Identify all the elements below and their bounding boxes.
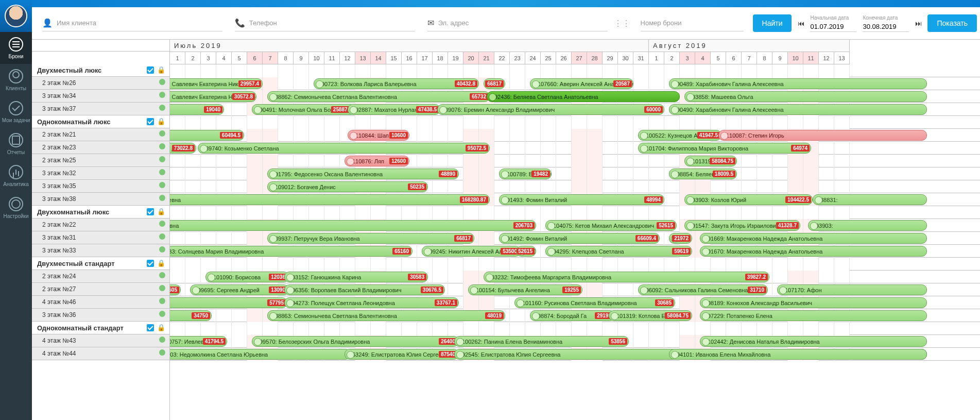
nav-tasks[interactable]: Мои задачи [0,96,32,128]
grid-room-row[interactable]: 110876: Ляп12600101319: Котлов58084.75 [170,155,980,167]
booking-bar[interactable]: 100721972 [669,233,692,244]
booking-bar[interactable]: 93152: Ганюшкина Карина30583 [284,272,428,282]
booking-bar[interactable]: 90723: Волкова Лариса Валерьевна40432.8 [314,78,479,89]
booking-bar[interactable]: 100154: Булычева Ангелина19255 [468,284,582,295]
booking-bar[interactable]: 110087: Степин Игорь [718,130,927,141]
nav-clients[interactable]: Клиенты [0,64,32,96]
booking-bar[interactable]: 101319: Котлова Елена58084.75 [609,310,692,321]
booking-bar[interactable]: 93232: Тимофеева Маргарита Владимировна3… [484,272,769,282]
booking-bar[interactable]: 88833: Солнцева Мария Владимировна65160 [151,246,412,257]
booking-bar[interactable]: 91493: Фомин Виталий48994 [499,194,664,205]
booking-bar[interactable]: 88862: Семионычева Светлана Валентиновна… [267,91,490,102]
booking-bar[interactable]: 104052615 [516,246,536,257]
grid-room-row[interactable]: 3475088863: Семионычева Светлана Валенти… [170,309,980,322]
booking-bar[interactable]: 89076: Еремин Александр Владимирович6000… [437,104,664,115]
booking-bar[interactable]: 93903: [808,220,927,231]
room-row[interactable]: 2 этаж №25 [32,154,169,167]
grid-room-row[interactable]: на Евгеньевна206703104075: Кетов Михаил … [170,219,980,232]
room-row[interactable]: 3 этаж №38 [32,193,169,206]
avatar[interactable] [0,0,32,32]
booking-bar[interactable]: 91903: Недомолкина Светлана Юрьевна [153,349,351,360]
booking-bar[interactable]: 88831: [813,194,927,205]
booking-bar[interactable]: 90490: Харабинович Галина Алексеевна [669,104,927,115]
booking-bar[interactable]: ья Григорьевна168280.87 [133,194,490,205]
booking-bar[interactable]: 107170: Афон [777,284,927,295]
booking-bar[interactable]: 100522: Кузнецов Андрей Сергееви41947.5 [638,130,721,141]
booking-bar[interactable]: на Евгеньевна206703 [133,220,536,231]
room-row[interactable]: 3 этаж №37 [32,103,169,115]
nav-analytics[interactable]: Аналитика [0,160,32,192]
booking-bar[interactable]: 98854: Беляева18009.5 [669,169,737,179]
checkbox-icon[interactable] [147,66,154,74]
lock-icon[interactable]: 🔒 [157,259,165,267]
grid-room-row[interactable]: 1500: Долгице73022.889740: Козьменко Све… [170,142,980,155]
booking-bar[interactable]: 92436: Беляева Светлана Анатольевна [487,91,680,102]
grid-room-row[interactable]: 101090: Борисова1203693152: Ганюшкина Ка… [170,271,980,283]
grid-room-row[interactable]: 60494.5110844: Шап10600100522: Кузнецов … [170,129,980,142]
gantt-chart[interactable]: Июль 2019Август 2019 1234567891011121314… [170,39,980,420]
checkbox-icon[interactable] [147,324,154,331]
prev-page-button[interactable]: ⏮ [795,17,807,29]
grid-room-row[interactable]: 4660599695: Сергеев Андрей1309096356: Во… [170,283,980,296]
booking-bar[interactable]: 90489: Харабинович Галина Алексеевна [669,78,927,89]
booking-bar[interactable]: 92887: Махатов Нурлан Баки47438.5 [348,104,440,115]
category-row[interactable]: Двухкомнатный люкс🔒 [32,206,169,219]
nav-settings[interactable]: Настройки [0,192,32,224]
nav-reports[interactable]: Отчеты [0,128,32,160]
nav-bookings[interactable]: Брони [0,32,32,64]
room-row[interactable]: 3 этаж №34 [32,90,169,103]
lock-icon[interactable]: 🔒 [157,117,165,125]
category-row[interactable]: Однокомнатный люкс🔒 [32,115,169,128]
room-row[interactable]: 3 этаж №36 [32,309,169,322]
booking-bar[interactable]: 110876: Ляп12600 [345,156,409,166]
booking-bar[interactable]: 93858: Машеева Ольга [684,91,927,102]
booking-bar[interactable]: 99570: Белозерских Ольга Владимировна264… [252,336,459,347]
category-row[interactable]: Двухместный люкс🔒 [32,64,169,77]
grid-room-row[interactable]: 89937: Петручук Вера Ивановна6681791492:… [170,232,980,245]
phone-input[interactable] [249,19,415,27]
email-input[interactable] [438,19,608,27]
next-page-button[interactable]: ⏭ [912,17,924,29]
room-row[interactable]: 2 этаж №23 [32,141,169,154]
booking-bar[interactable]: 99245: Никитин Алексей Алексеевич53500 [422,246,521,257]
room-row[interactable]: 4 этаж №43 [32,334,169,347]
end-date-input[interactable] [863,22,909,32]
booking-bar[interactable]: 110844: Шап10600 [348,130,409,141]
client-name-input[interactable] [57,19,222,27]
booking-bar[interactable]: 93903: Козлов Юрий104422.5 [684,194,813,205]
lock-icon[interactable]: 🔒 [157,66,165,74]
booking-bar[interactable]: 96356: Воропаев Василий Владимирович3067… [284,284,445,295]
room-row[interactable]: 2 этаж №21 [32,128,169,141]
lock-icon[interactable]: 🔒 [157,324,165,331]
lock-icon[interactable]: 🔒 [157,208,165,215]
booking-bar[interactable]: 100262: Панина Елена Вениаминовна53856 [454,336,629,347]
checkbox-icon[interactable] [147,260,154,267]
booking-bar[interactable]: 94273: Полещук Светлана Леонидовна33767.… [284,297,459,308]
booking-number-input[interactable] [641,19,744,27]
booking-bar[interactable]: 89937: Петручук Вера Ивановна66817 [267,233,474,244]
room-row[interactable]: 2 этаж №24 [32,270,169,283]
grid-room-row[interactable]: 41591795: Федосенко Оксана Валентиновна4… [170,167,980,180]
booking-bar[interactable]: 63249: Елистратова Юлия Сергеевна87540 [345,349,459,360]
room-row[interactable]: 3 этаж №32 [32,167,169,180]
booking-bar[interactable]: 101319: Котлов58084.75 [684,156,737,166]
start-date-input[interactable] [810,22,856,32]
category-row[interactable]: Двухместный стандарт🔒 [32,257,169,270]
booking-bar[interactable]: 91670: Макаренкова Надежда Анатольевна [700,246,927,257]
booking-bar[interactable]: 101160: Русинова Светлана Владимировна30… [514,297,675,308]
room-row[interactable]: 2 этаж №26 [32,77,169,90]
booking-bar[interactable]: 99695: Сергеев Андрей13090 [190,284,289,295]
grid-room-row[interactable]: 1491: Савлевич Екатерина Николаевна30572… [170,90,980,103]
booking-bar[interactable]: 109012: Богачев Денис50235 [267,181,428,192]
grid-room-row[interactable]: 100757: Иевлева41794.599570: Белозерских… [170,335,980,348]
show-button[interactable]: Показать [927,14,977,32]
room-row[interactable]: 3 этаж №35 [32,180,169,193]
room-row[interactable]: 4 этаж №46 [32,296,169,309]
booking-bar[interactable]: 91492: Фомин Виталий66609.4 [499,233,660,244]
booking-bar[interactable]: 91669: Макаренкова Надежда Анатольевна [700,233,927,244]
category-row[interactable]: Однокомнатный стандарт🔒 [32,322,169,334]
room-row[interactable]: 3 этаж №31 [32,231,169,244]
booking-bar[interactable]: 98189: Конюхов Александр Васильевич [700,297,927,308]
room-row[interactable]: 2 этаж №27 [32,283,169,296]
booking-bar[interactable]: 899366817 [484,78,505,89]
